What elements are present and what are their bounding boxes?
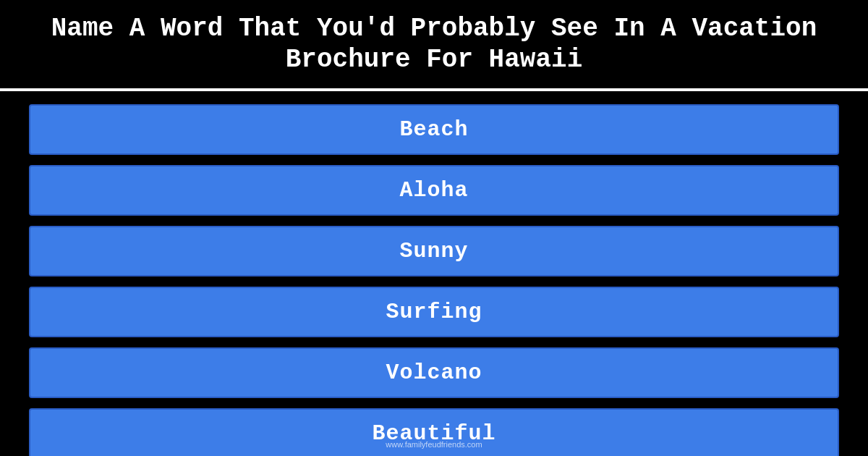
answer-label: Aloha (399, 178, 468, 203)
answer-label: Volcano (386, 360, 482, 385)
answer-row: Sunny (29, 226, 839, 276)
answer-label: Beach (399, 117, 468, 142)
answers-container: BeachAlohaSunnySurfingVolcanoBeautifulww… (0, 91, 868, 456)
answer-label: Surfing (386, 300, 482, 324)
answer-row: Aloha (29, 165, 839, 216)
answer-row: Surfing (29, 287, 839, 337)
question-title: Name A Word That You'd Probably See In A… (29, 13, 839, 75)
watermark: www.familyfeudfriends.com (386, 440, 482, 449)
answer-row: Beautifulwww.familyfeudfriends.com (29, 408, 839, 456)
answer-row: Beach (29, 104, 839, 155)
header: Name A Word That You'd Probably See In A… (0, 0, 868, 88)
answer-row: Volcano (29, 347, 839, 398)
answer-label: Sunny (399, 239, 468, 263)
